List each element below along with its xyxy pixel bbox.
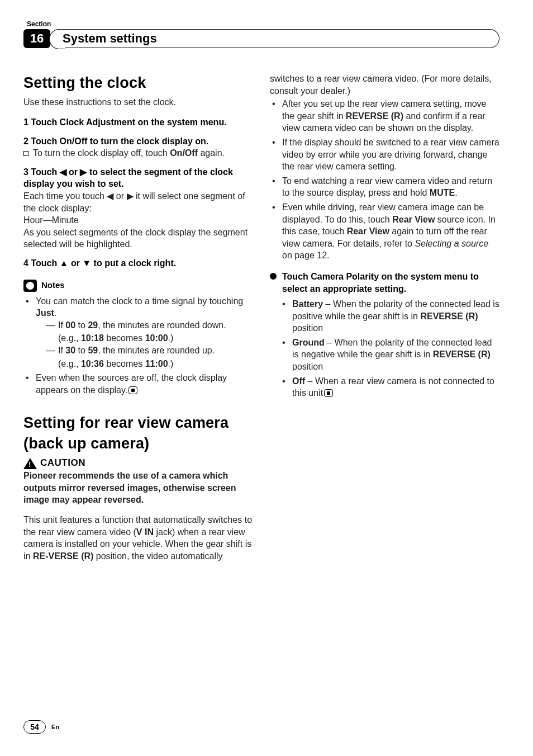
notes-icon (23, 280, 37, 292)
end-mark-icon (324, 389, 333, 397)
right-column: switches to a rear view camera video. (F… (270, 73, 499, 562)
note-1: You can match the clock to a time signal… (23, 295, 253, 370)
polarity-lead: Touch Camera Polarity on the system menu… (270, 271, 499, 295)
cam-paragraph-1: This unit features a function that autom… (23, 514, 253, 562)
note-1-sub-1: If 00 to 29, the minutes are rounded dow… (36, 319, 253, 332)
step-3: 3 Touch ◀ or ▶ to select the segment of … (23, 166, 253, 190)
section-label: Section (27, 20, 499, 28)
notes-label: Notes (41, 280, 65, 291)
cam-bullet-2: If the display should be switched to a r… (270, 136, 499, 173)
page-header: Section 16 System settings (23, 20, 499, 48)
polarity-ground: Ground – When the polarity of the connec… (280, 337, 499, 373)
square-bullet-icon (23, 151, 28, 156)
polarity-off: Off – When a rear view camera is not con… (280, 375, 499, 399)
cam-bullet-4: Even while driving, rear view camera ima… (270, 201, 499, 262)
step-3-body-2: Hour—Minute (23, 214, 253, 226)
section-number-badge: 16 (23, 29, 50, 48)
page-footer: 54 En (23, 720, 59, 734)
step-2: 2 Touch On/Off to turn the clock display… (23, 135, 253, 148)
cam-bullet-3: To end watching a rear view camera video… (270, 175, 499, 199)
filled-bullet-icon (270, 273, 277, 280)
caution-label: CAUTION (40, 457, 85, 470)
chapter-title-frame: System settings (57, 29, 499, 48)
language-code: En (51, 724, 59, 730)
page-number: 54 (23, 720, 46, 734)
heading-rear-camera: Setting for rear view camera (back up ca… (23, 413, 253, 453)
step-3-body-3: As you select segments of the clock disp… (23, 226, 253, 251)
cam-continuation: switches to a rear view camera video. (F… (270, 73, 499, 97)
end-mark-icon (129, 386, 137, 394)
chapter-title: System settings (63, 31, 157, 46)
caution-row: CAUTION (23, 457, 253, 470)
note-2: Even when the sources are off, the clock… (23, 372, 253, 396)
polarity-lead-text: Touch Camera Polarity on the system menu… (282, 271, 499, 295)
left-column: Setting the clock Use these instructions… (23, 73, 253, 562)
notes-list: You can match the clock to a time signal… (23, 295, 253, 396)
caution-body: Pioneer recommends the use of a camera w… (23, 470, 253, 506)
clock-intro: Use these instructions to set the clock. (23, 96, 253, 108)
polarity-battery: Battery – When the polarity of the conne… (280, 298, 499, 334)
step-1: 1 Touch Clock Adjustment on the system m… (23, 116, 253, 129)
note-1-sub-2-eg: (e.g., 10:36 becomes 11:00.) (36, 358, 253, 370)
note-1-sub-1-eg: (e.g., 10:18 becomes 10:00.) (36, 332, 253, 344)
notes-header: Notes (23, 280, 253, 292)
step-4: 4 Touch ▲ or ▼ to put a clock right. (23, 257, 253, 270)
cam-bullet-list: After you set up the rear view camera se… (270, 98, 499, 262)
step-3-body-1: Each time you touch ◀ or ▶ it will selec… (23, 190, 253, 214)
heading-setting-clock: Setting the clock (23, 73, 253, 93)
polarity-list: Battery – When the polarity of the conne… (270, 298, 499, 399)
step-2-body: To turn the clock display off, touch On/… (23, 147, 253, 159)
cam-bullet-1: After you set up the rear view camera se… (270, 98, 499, 134)
caution-icon (23, 458, 37, 469)
note-1-sub-2: If 30 to 59, the minutes are rounded up. (36, 344, 253, 357)
